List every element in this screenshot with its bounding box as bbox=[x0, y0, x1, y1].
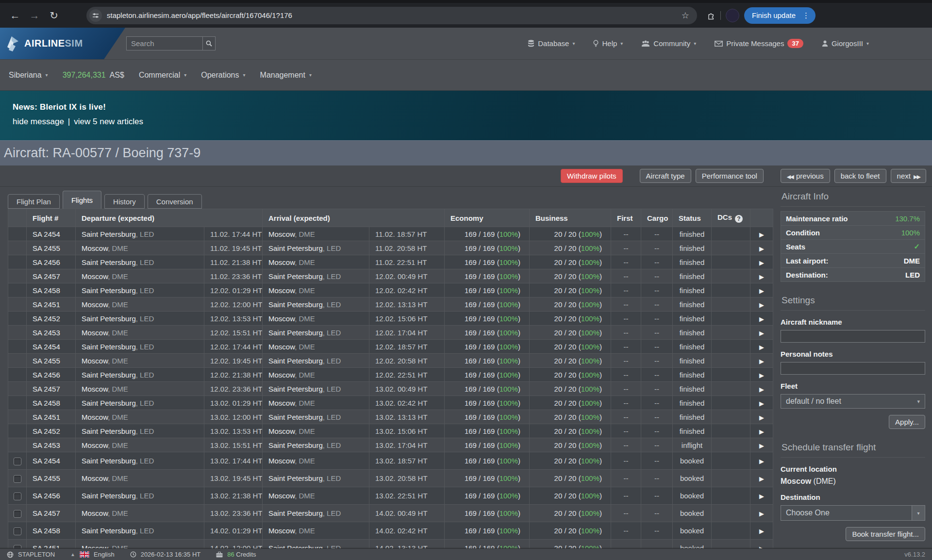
book-transfer-button[interactable]: Book transfer flight... bbox=[846, 527, 925, 541]
extensions-icon[interactable] bbox=[707, 11, 716, 20]
play-icon[interactable]: ▶ bbox=[759, 245, 764, 252]
nickname-input[interactable] bbox=[781, 330, 925, 343]
arrival-airport-code: , LED bbox=[323, 244, 341, 252]
menu-database-label: Database bbox=[538, 39, 569, 48]
fleet-select[interactable]: default / no fleet ▾ bbox=[781, 394, 925, 409]
withdraw-pilots-button[interactable]: Withdraw pilots bbox=[561, 169, 623, 183]
cargo-load: -- bbox=[641, 452, 673, 470]
play-icon[interactable]: ▶ bbox=[759, 493, 764, 500]
back-button[interactable]: ← bbox=[7, 7, 23, 24]
search-input[interactable] bbox=[126, 36, 203, 50]
notes-input[interactable] bbox=[781, 362, 925, 375]
header-dcs-label: DCs bbox=[717, 213, 732, 221]
reload-button[interactable]: ↻ bbox=[46, 7, 62, 24]
play-icon[interactable]: ▶ bbox=[759, 315, 764, 323]
site-info-icon[interactable] bbox=[89, 9, 102, 22]
menu-private-messages[interactable]: Private Messages 37 bbox=[715, 39, 803, 48]
play-icon[interactable]: ▶ bbox=[759, 273, 764, 280]
info-row-condition: Condition 100% bbox=[781, 226, 925, 240]
menu-help[interactable]: Help ▾ bbox=[593, 39, 623, 48]
flight-status: booked bbox=[673, 505, 712, 522]
arrival-city: Saint Petersburg bbox=[268, 385, 323, 393]
language-label[interactable]: English bbox=[94, 551, 115, 558]
tab-flight-plan[interactable]: Flight Plan bbox=[8, 194, 60, 209]
news-hide-link[interactable]: hide message bbox=[13, 117, 64, 127]
bookmark-star-icon[interactable]: ☆ bbox=[678, 10, 693, 21]
url-text[interactable]: stapleton.airlinesim.aero/app/fleets/air… bbox=[107, 11, 678, 19]
search-button[interactable] bbox=[203, 36, 216, 50]
menu-user[interactable]: GiorgosIII ▾ bbox=[822, 39, 869, 48]
news-view-link[interactable]: view 5 new articles bbox=[74, 117, 143, 127]
play-icon[interactable]: ▶ bbox=[759, 372, 764, 379]
first-load: -- bbox=[611, 424, 641, 438]
flight-number: SA 2456 bbox=[27, 487, 76, 505]
header-cargo: Cargo bbox=[641, 209, 673, 227]
flight-row-checkbox[interactable] bbox=[14, 510, 21, 518]
play-icon[interactable]: ▶ bbox=[759, 344, 764, 351]
play-icon[interactable]: ▶ bbox=[759, 358, 764, 365]
play-icon[interactable]: ▶ bbox=[759, 428, 764, 435]
flight-number: SA 2452 bbox=[27, 312, 76, 326]
destination-select-button[interactable]: ▾ bbox=[912, 505, 925, 521]
destination-select[interactable]: Choose One ▾ bbox=[781, 505, 925, 521]
play-icon[interactable]: ▶ bbox=[759, 400, 764, 407]
nav-commercial[interactable]: Commercial ▾ bbox=[139, 71, 186, 80]
server-name[interactable]: STAPLETON bbox=[18, 551, 55, 558]
play-icon[interactable]: ▶ bbox=[759, 442, 764, 449]
nav-management[interactable]: Management ▾ bbox=[260, 71, 312, 80]
nav-airline[interactable]: Siberiana ▾ bbox=[9, 71, 48, 80]
airlinesim-logo[interactable]: AIRLINESIM bbox=[0, 28, 125, 59]
menu-database[interactable]: Database ▾ bbox=[528, 39, 575, 48]
help-question-icon[interactable]: ? bbox=[735, 215, 743, 223]
business-load-factor: 100% bbox=[581, 343, 599, 351]
chevron-down-icon: ▾ bbox=[917, 511, 919, 516]
flight-row-checkbox[interactable] bbox=[14, 458, 21, 465]
arrival-city: Saint Petersburg bbox=[268, 509, 323, 517]
flight-row-checkbox[interactable] bbox=[14, 527, 21, 535]
economy-load-factor: 100% bbox=[499, 474, 518, 482]
nav-operations[interactable]: Operations ▾ bbox=[201, 71, 245, 80]
flight-status: finished bbox=[673, 269, 712, 283]
tab-conversion[interactable]: Conversion bbox=[148, 194, 202, 209]
flight-row-checkbox[interactable] bbox=[14, 493, 21, 500]
flight-row-checkbox[interactable] bbox=[14, 475, 21, 483]
performance-tool-button[interactable]: Performance tool bbox=[696, 169, 764, 183]
play-icon[interactable]: ▶ bbox=[759, 510, 764, 517]
forward-button[interactable]: → bbox=[26, 7, 43, 24]
nav-balance[interactable]: 397,264,331 AS$ bbox=[63, 71, 124, 80]
finish-update-button[interactable]: Finish update ⋮ bbox=[744, 7, 816, 24]
flight-number: SA 2457 bbox=[27, 382, 76, 396]
play-icon[interactable]: ▶ bbox=[759, 287, 764, 295]
back-to-fleet-button[interactable]: back to fleet bbox=[834, 169, 886, 183]
aircraft-type-button[interactable]: Aircraft type bbox=[640, 169, 691, 183]
economy-load: 169 / 169 (100%) bbox=[445, 227, 530, 241]
play-icon[interactable]: ▶ bbox=[759, 231, 764, 238]
tab-flights[interactable]: Flights bbox=[63, 191, 101, 209]
collapse-footer-icon[interactable]: ▲ bbox=[70, 552, 75, 557]
tab-history[interactable]: History bbox=[104, 194, 145, 209]
play-icon[interactable]: ▶ bbox=[759, 329, 764, 337]
kebab-menu-icon[interactable]: ⋮ bbox=[799, 11, 813, 20]
economy-load: 169 / 169 (100%) bbox=[445, 269, 530, 283]
next-button[interactable]: next ▶▶ bbox=[891, 169, 926, 183]
play-icon[interactable]: ▶ bbox=[759, 414, 764, 421]
profile-avatar[interactable] bbox=[726, 9, 739, 22]
arrival-cell: Moscow, DME bbox=[263, 283, 369, 297]
apply-button[interactable]: Apply... bbox=[889, 415, 925, 429]
departure-cell: Saint Petersburg, LED bbox=[76, 368, 204, 382]
departure-airport-code: , LED bbox=[136, 314, 154, 323]
credits[interactable]: 86 Credits bbox=[227, 551, 256, 558]
omnibox[interactable]: stapleton.airlinesim.aero/app/fleets/air… bbox=[86, 7, 697, 24]
departure-time: 13.02. 15:51 HT bbox=[204, 438, 263, 452]
menu-community[interactable]: Community ▾ bbox=[641, 39, 696, 48]
play-icon[interactable]: ▶ bbox=[759, 475, 764, 482]
previous-button[interactable]: ◀◀ previous bbox=[781, 169, 830, 183]
play-icon[interactable]: ▶ bbox=[759, 527, 764, 535]
play-icon[interactable]: ▶ bbox=[759, 301, 764, 309]
play-icon[interactable]: ▶ bbox=[759, 259, 764, 266]
destination-select-value[interactable]: Choose One bbox=[781, 505, 912, 521]
settings-panel: Settings Aircraft nickname Personal note… bbox=[781, 295, 925, 429]
flight-row: SA 2457 Moscow, DME 11.02. 23:36 HT Sain… bbox=[8, 269, 773, 283]
play-icon[interactable]: ▶ bbox=[759, 386, 764, 393]
play-icon[interactable]: ▶ bbox=[759, 458, 764, 465]
